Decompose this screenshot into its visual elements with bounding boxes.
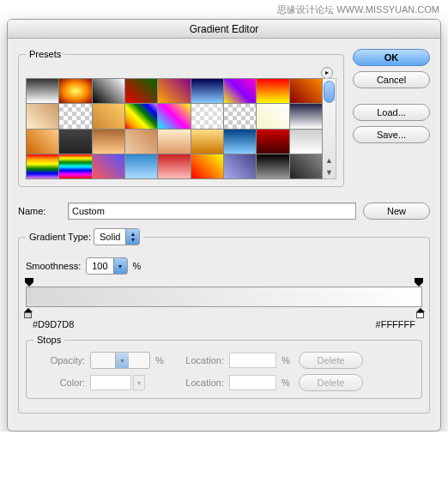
preset-swatch[interactable] [257, 154, 288, 178]
preset-swatch[interactable] [224, 154, 256, 178]
stops-legend: Stops [33, 335, 64, 345]
opacity-input: ▼ [90, 352, 150, 369]
preset-swatch[interactable] [224, 104, 256, 128]
preset-swatch[interactable] [93, 154, 124, 178]
scrollbar-thumb[interactable] [324, 81, 335, 103]
opacity-label: Opacity: [33, 355, 85, 365]
gradient-type-legend: Gradient Type: Solid ▲▼ [26, 228, 143, 245]
preset-swatch[interactable] [191, 104, 223, 128]
preset-swatch[interactable] [290, 104, 322, 128]
preset-swatch[interactable] [191, 79, 223, 103]
opacity-stop-left[interactable] [25, 278, 33, 287]
name-label: Name: [18, 206, 61, 216]
scroll-up-icon[interactable]: ▲ [323, 156, 336, 165]
titlebar: Gradient Editor [8, 20, 440, 39]
gradient-editor-window: Gradient Editor Presets ▸ ▲ ▼ [7, 19, 441, 432]
preset-swatch[interactable] [257, 130, 288, 154]
gradient-type-select[interactable]: Solid ▲▼ [94, 228, 140, 245]
right-hex-label: #FFFFFF [376, 319, 415, 329]
presets-legend: Presets [26, 49, 64, 59]
preset-swatch[interactable] [158, 79, 190, 103]
chevron-down-icon: ▼ [113, 258, 127, 274]
preset-swatch[interactable] [257, 79, 288, 103]
opacity-location-input [229, 353, 276, 368]
opacity-stop-right[interactable] [415, 278, 423, 287]
stops-fieldset: Stops Opacity: ▼ % Location: % Delete Co… [26, 335, 422, 399]
scroll-down-icon[interactable]: ▼ [323, 168, 336, 177]
preset-swatch[interactable] [191, 130, 223, 154]
delete-opacity-button: Delete [299, 352, 363, 369]
preset-swatch[interactable] [290, 130, 322, 154]
location-label-1: Location: [173, 355, 224, 365]
color-swatch [90, 375, 131, 390]
preset-swatch[interactable] [224, 79, 256, 103]
preset-swatch[interactable] [27, 104, 58, 128]
location-label-2: Location: [173, 377, 224, 388]
preset-swatch[interactable] [158, 130, 190, 154]
preset-swatch[interactable] [158, 154, 190, 178]
pct-label: % [133, 261, 142, 271]
preset-swatch[interactable] [191, 154, 223, 178]
preset-swatch[interactable] [224, 130, 256, 154]
preset-swatches [26, 78, 323, 179]
color-label: Color: [33, 377, 85, 388]
smoothness-input[interactable]: 100 ▼ [86, 257, 127, 275]
preset-swatch[interactable] [27, 130, 58, 154]
preset-swatch[interactable] [59, 154, 91, 178]
chevron-updown-icon: ▲▼ [125, 229, 139, 245]
preset-swatch[interactable] [93, 104, 124, 128]
delete-color-button: Delete [299, 374, 363, 391]
presets-scrollbar[interactable]: ▲ ▼ [323, 78, 336, 179]
presets-fieldset: Presets ▸ ▲ ▼ [18, 49, 344, 187]
color-stop-right[interactable] [415, 308, 425, 319]
preset-swatch[interactable] [158, 104, 190, 128]
preset-swatch[interactable] [125, 130, 157, 154]
color-location-input [229, 375, 276, 390]
new-button[interactable]: New [363, 202, 430, 220]
preset-swatch[interactable] [59, 104, 91, 128]
load-button[interactable]: Load... [353, 104, 430, 121]
preset-swatch[interactable] [59, 130, 91, 154]
presets-menu-icon[interactable]: ▸ [321, 67, 333, 79]
cancel-button[interactable]: Cancel [353, 71, 430, 88]
chevron-down-icon: ▼ [133, 375, 145, 390]
gradient-preview-bar[interactable] [26, 287, 422, 307]
watermark: 思缘设计论坛 WWW.MISSYUAN.COM [277, 3, 439, 16]
preset-swatch[interactable] [257, 104, 288, 128]
save-button[interactable]: Save... [353, 126, 430, 143]
preset-swatch[interactable] [27, 154, 58, 178]
preset-swatch[interactable] [93, 130, 124, 154]
preset-swatch[interactable] [59, 79, 91, 103]
name-input[interactable] [68, 202, 356, 220]
smoothness-label: Smoothness: [26, 261, 81, 271]
preset-swatch[interactable] [125, 154, 157, 178]
preset-swatch[interactable] [290, 79, 322, 103]
preset-swatch[interactable] [93, 79, 124, 103]
left-hex-label: #D9D7D8 [33, 319, 74, 329]
ok-button[interactable]: OK [353, 49, 430, 66]
color-stop-left[interactable] [23, 308, 33, 319]
preset-swatch[interactable] [125, 79, 157, 103]
preset-swatch[interactable] [27, 79, 58, 103]
gradient-type-fieldset: Gradient Type: Solid ▲▼ Smoothness: 100 … [18, 228, 430, 414]
preset-swatch[interactable] [125, 104, 157, 128]
preset-swatch[interactable] [290, 154, 322, 178]
